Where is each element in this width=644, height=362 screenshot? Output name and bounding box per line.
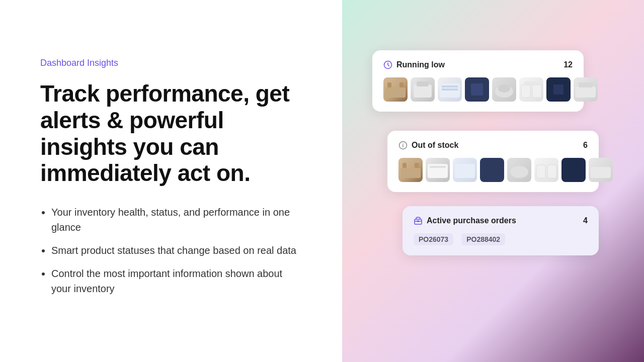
svg-rect-5 — [417, 81, 429, 86]
svg-rect-22 — [400, 168, 421, 178]
svg-rect-2 — [387, 82, 391, 87]
card-header-po: Active purchase orders 4 — [414, 216, 588, 225]
po-numbers-list: PO26073 PO288402 — [414, 233, 588, 245]
svg-rect-26 — [430, 166, 446, 168]
svg-rect-8 — [442, 88, 458, 90]
svg-rect-27 — [455, 164, 475, 178]
svg-rect-19 — [579, 82, 593, 87]
out-of-stock-title: Out of stock — [412, 141, 458, 150]
card-title-group: Running low — [383, 60, 445, 69]
oos-thumb-5 — [507, 158, 531, 182]
card-header-running-low: Running low 12 — [383, 60, 573, 69]
svg-rect-36 — [417, 221, 419, 222]
bullet-item-3: Control the most important information s… — [51, 266, 302, 296]
svg-rect-30 — [536, 165, 545, 178]
out-of-stock-card[interactable]: i Out of stock 6 — [387, 131, 599, 192]
oos-thumb-4 — [480, 158, 504, 182]
oos-thumb-6 — [534, 158, 558, 182]
card-header-out-of-stock: i Out of stock 6 — [398, 141, 588, 150]
po-tag-1[interactable]: PO26073 — [414, 233, 453, 245]
section-label: Dashboard Insights — [40, 58, 302, 68]
svg-rect-3 — [399, 82, 404, 87]
right-panel: Running low 12 — [342, 0, 644, 362]
card-title-group-oos: i Out of stock — [398, 141, 458, 150]
cards-container: Running low 12 — [372, 50, 614, 312]
svg-point-12 — [498, 84, 510, 93]
product-thumb-4 — [465, 77, 489, 102]
oos-thumb-1 — [398, 158, 423, 182]
po-title: Active purchase orders — [427, 216, 516, 225]
product-thumb-2 — [411, 77, 435, 102]
svg-rect-1 — [385, 87, 406, 98]
headline: Track performance, get alerts & powerful… — [40, 80, 302, 187]
svg-rect-18 — [576, 86, 596, 98]
svg-rect-13 — [521, 84, 530, 98]
bullet-list: Your inventory health, status, and perfo… — [40, 205, 302, 304]
product-thumb-5 — [492, 77, 516, 102]
oos-thumb-2 — [426, 158, 450, 182]
info-icon: i — [398, 141, 408, 150]
svg-rect-28 — [483, 161, 501, 179]
svg-rect-31 — [547, 165, 556, 178]
running-low-thumbnails — [383, 77, 573, 102]
product-thumb-8 — [574, 77, 598, 102]
oos-thumb-7 — [561, 158, 586, 182]
svg-rect-14 — [532, 84, 541, 98]
svg-rect-15 — [524, 81, 538, 85]
purchase-orders-card[interactable]: Active purchase orders 4 PO26073 PO28840… — [403, 206, 599, 255]
product-thumb-6 — [519, 77, 543, 102]
bullet-item-1: Your inventory health, status, and perfo… — [51, 205, 302, 235]
svg-rect-7 — [442, 85, 458, 87]
left-panel: Dashboard Insights Track performance, ge… — [0, 0, 342, 362]
po-tag-2[interactable]: PO288402 — [461, 233, 505, 245]
product-thumb-1 — [383, 77, 408, 102]
oos-thumb-8 — [589, 158, 613, 182]
po-count: 4 — [583, 216, 588, 225]
card-title-group-po: Active purchase orders — [414, 216, 516, 225]
running-low-card[interactable]: Running low 12 — [372, 50, 584, 112]
svg-rect-23 — [403, 163, 407, 168]
out-of-stock-thumbnails — [398, 158, 588, 182]
product-thumb-3 — [438, 77, 462, 102]
svg-rect-17 — [553, 84, 564, 95]
out-of-stock-count: 6 — [583, 141, 588, 150]
svg-point-29 — [510, 166, 528, 178]
oos-thumb-3 — [453, 158, 477, 182]
running-low-count: 12 — [564, 60, 573, 69]
clock-icon — [383, 60, 392, 69]
bullet-item-2: Smart product statuses that change based… — [51, 243, 302, 258]
svg-rect-24 — [415, 163, 419, 168]
svg-text:i: i — [403, 143, 404, 148]
svg-rect-10 — [471, 83, 483, 96]
product-thumb-7 — [546, 77, 571, 102]
svg-rect-32 — [565, 161, 583, 179]
running-low-title: Running low — [396, 60, 445, 69]
svg-rect-33 — [591, 167, 611, 178]
box-icon — [414, 216, 423, 225]
